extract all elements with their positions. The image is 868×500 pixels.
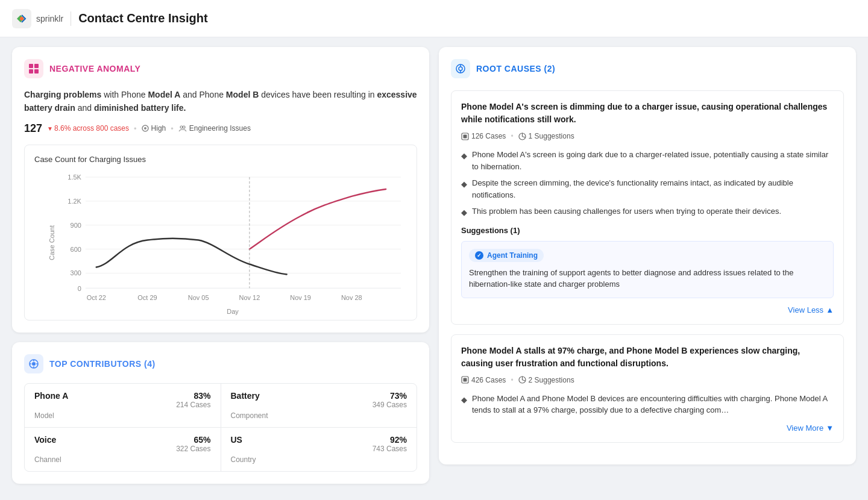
svg-text:Nov 19: Nov 19 bbox=[290, 294, 311, 301]
svg-point-7 bbox=[144, 127, 146, 130]
cause-bullets-1: ◆ Phone Model A and Phone Model B device… bbox=[461, 393, 834, 416]
main-content: NEGATIVE ANOMALY Charging problems with … bbox=[0, 37, 868, 493]
svg-rect-2 bbox=[29, 64, 33, 68]
anomaly-stat-number: 127 bbox=[24, 122, 42, 135]
suggestion-box-0: ✓ Agent Training Strengthen the training… bbox=[461, 241, 834, 298]
cause-card-1: Phone Model A stalls at 97% charge, and … bbox=[451, 334, 844, 443]
svg-text:Oct 29: Oct 29 bbox=[137, 294, 157, 301]
contributor-pct-1: 73% bbox=[373, 391, 407, 401]
cause-meta-0: 126 Cases • 1 Suggestions bbox=[461, 132, 834, 140]
contributor-cases-2: 322 Cases bbox=[176, 445, 210, 453]
svg-text:900: 900 bbox=[71, 221, 81, 228]
svg-point-30 bbox=[32, 362, 36, 366]
chart-svg: 1.5K 1.2K 900 600 300 0 Oct 22 Oct 29 No… bbox=[58, 171, 407, 303]
page-title: Contact Centre Insight bbox=[78, 11, 207, 25]
suggestion-tag-0: ✓ Agent Training bbox=[469, 249, 544, 262]
contributors-grid: Phone A 83% 214 Cases Model Battery 73% … bbox=[24, 383, 417, 472]
contributor-type-2: Channel bbox=[34, 455, 211, 464]
high-priority-icon bbox=[142, 125, 149, 132]
svg-rect-5 bbox=[34, 69, 39, 73]
sprinklr-logo-icon bbox=[12, 9, 31, 28]
cases-icon-1 bbox=[461, 376, 469, 384]
view-more-link-1[interactable]: View More ▼ bbox=[461, 423, 834, 433]
cases-icon-0 bbox=[461, 133, 469, 140]
left-column: NEGATIVE ANOMALY Charging problems with … bbox=[12, 47, 429, 484]
header-divider bbox=[71, 11, 71, 26]
negative-anomaly-card: NEGATIVE ANOMALY Charging problems with … bbox=[12, 47, 429, 333]
suggestions-label-0: Suggestions (1) bbox=[461, 226, 834, 235]
cause-title-1: Phone Model A stalls at 97% charge, and … bbox=[461, 345, 834, 370]
negative-anomaly-icon bbox=[24, 59, 43, 78]
svg-point-1 bbox=[20, 17, 24, 20]
svg-text:Nov 28: Nov 28 bbox=[341, 294, 362, 301]
suggestion-text-0: Strengthen the training of support agent… bbox=[469, 267, 826, 290]
cause-cases-1: 426 Cases bbox=[461, 376, 506, 384]
chart-container: Case Count for Charging Issues Case Coun… bbox=[24, 145, 417, 320]
dot-sep-1: • bbox=[134, 124, 137, 133]
suggestions-icon-1 bbox=[518, 376, 526, 384]
bullet-item-0-2: ◆ This problem has been causing challeng… bbox=[461, 205, 834, 219]
contributor-cases-1: 349 Cases bbox=[373, 401, 407, 409]
contributor-stats-3: US 92% 743 Cases bbox=[231, 435, 407, 453]
chart-x-label: Day bbox=[58, 308, 407, 315]
diamond-icon-0-0: ◆ bbox=[461, 150, 467, 172]
contributor-stats-1: Battery 73% 349 Cases bbox=[231, 391, 407, 409]
chart-wrapper: Case Count 1.5K 1.2K 900 600 bbox=[34, 171, 407, 315]
y-axis-label: Case Count bbox=[48, 225, 55, 260]
contributors-section-header: TOP CONTRIBUTORS (4) bbox=[24, 354, 417, 373]
priority-badge: High bbox=[142, 124, 166, 133]
root-causes-section-title: ROOT CAUSES (2) bbox=[476, 64, 555, 73]
svg-text:1.2K: 1.2K bbox=[68, 198, 81, 205]
suggestion-tag-icon-0: ✓ bbox=[475, 251, 483, 260]
contributor-stats-0: Phone A 83% 214 Cases bbox=[34, 391, 211, 409]
cause-meta-1: 426 Cases • 2 Suggestions bbox=[461, 376, 834, 384]
contributor-type-1: Component bbox=[231, 411, 407, 420]
diamond-icon-0-2: ◆ bbox=[461, 207, 467, 219]
bullet-item-0-0: ◆ Phone Model A's screen is going dark d… bbox=[461, 149, 834, 172]
cause-bullets-0: ◆ Phone Model A's screen is going dark d… bbox=[461, 149, 834, 219]
contributors-section-title: TOP CONTRIBUTORS (4) bbox=[49, 359, 156, 369]
svg-rect-3 bbox=[34, 64, 39, 68]
contributor-pct-0: 83% bbox=[176, 391, 210, 401]
anomaly-stats-row: 127 8.6% across 800 cases • High • bbox=[24, 122, 417, 135]
anomaly-stat-delta: 8.6% across 800 cases bbox=[47, 124, 129, 133]
svg-rect-40 bbox=[464, 134, 467, 138]
contributor-item-2: Voice 65% 322 Cases Channel bbox=[25, 428, 221, 471]
view-less-link-0[interactable]: View Less ▲ bbox=[461, 305, 834, 314]
contributor-name-3: US bbox=[231, 435, 242, 445]
svg-text:Oct 22: Oct 22 bbox=[87, 294, 106, 301]
cause-suggestions-0: 1 Suggestions bbox=[518, 132, 574, 140]
anomaly-section-title: NEGATIVE ANOMALY bbox=[49, 64, 140, 73]
diamond-icon-1-0: ◆ bbox=[461, 394, 467, 416]
logo-text: sprinklr bbox=[36, 14, 63, 23]
contributor-name-2: Voice bbox=[34, 435, 56, 445]
contributor-item-0: Phone A 83% 214 Cases Model bbox=[25, 384, 221, 427]
svg-point-9 bbox=[183, 126, 185, 128]
cause-cases-0: 126 Cases bbox=[461, 132, 506, 140]
contributor-cases-0: 214 Cases bbox=[176, 401, 210, 409]
contributor-name-0: Phone A bbox=[34, 391, 68, 401]
anomaly-section-header: NEGATIVE ANOMALY bbox=[24, 59, 417, 78]
bullet-item-1-0: ◆ Phone Model A and Phone Model B device… bbox=[461, 393, 834, 416]
root-causes-icon bbox=[451, 59, 470, 78]
contributors-icon bbox=[24, 354, 43, 373]
contributor-pct-2: 65% bbox=[176, 435, 210, 445]
cause-title-0: Phone Model A's screen is dimming due to… bbox=[461, 101, 834, 126]
logo: sprinklr bbox=[12, 9, 63, 28]
svg-point-36 bbox=[459, 67, 462, 70]
suggestions-icon-0 bbox=[518, 133, 526, 140]
app-header: sprinklr Contact Centre Insight bbox=[0, 0, 868, 37]
top-contributors-card: TOP CONTRIBUTORS (4) Phone A 83% 214 Cas… bbox=[12, 342, 429, 484]
engineering-icon bbox=[178, 125, 187, 132]
svg-rect-43 bbox=[464, 378, 467, 382]
diamond-icon-0-1: ◆ bbox=[461, 178, 467, 201]
category-badge: Engineering Issues bbox=[178, 124, 251, 133]
right-column: ROOT CAUSES (2) Phone Model A's screen i… bbox=[439, 47, 856, 484]
chevron-up-icon-0: ▲ bbox=[826, 305, 834, 314]
root-causes-card: ROOT CAUSES (2) Phone Model A's screen i… bbox=[439, 47, 856, 464]
svg-text:300: 300 bbox=[71, 269, 81, 277]
bullet-item-0-1: ◆ Despite the screen dimming, the device… bbox=[461, 177, 834, 201]
dot-sep-2: • bbox=[171, 124, 174, 133]
contributor-item-3: US 92% 743 Cases Country bbox=[221, 428, 417, 471]
chart-title: Case Count for Charging Issues bbox=[34, 155, 407, 164]
